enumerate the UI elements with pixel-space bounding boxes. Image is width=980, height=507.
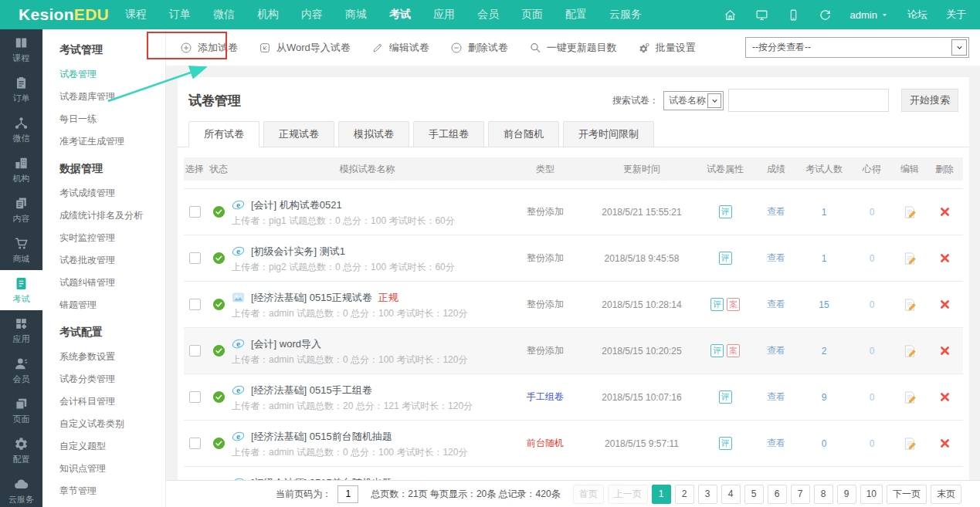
nav-item-content[interactable]: 内容 [301, 8, 323, 22]
nav-item-cloud[interactable]: 云服务 [609, 8, 642, 22]
row-checkbox[interactable] [189, 206, 201, 218]
sidebar-item-paper-review[interactable]: 试卷批改管理 [59, 249, 165, 272]
review-badge[interactable]: 评 [710, 298, 724, 311]
admin-dropdown[interactable]: admin [850, 9, 889, 21]
edit-icon[interactable] [903, 205, 917, 219]
tab-time-limit[interactable]: 开考时间限制 [563, 121, 654, 147]
edit-icon[interactable] [903, 344, 917, 358]
nav-item-order[interactable]: 订单 [169, 8, 191, 22]
tab-formal[interactable]: 正规试卷 [263, 121, 334, 147]
delete-icon[interactable] [939, 299, 951, 310]
search-input[interactable] [728, 89, 889, 112]
search-button[interactable]: 开始搜索 [901, 89, 958, 112]
page-button-page-7[interactable]: 7 [791, 485, 810, 504]
sidebar-item-paper-bank[interactable]: 试卷题库管理 [59, 86, 165, 108]
view-score-link[interactable]: 查看 [767, 252, 785, 265]
sidebar-item-paper-category[interactable]: 试卷分类管理 [59, 368, 165, 390]
review-badge[interactable]: 评 [719, 205, 732, 218]
rail-item-order[interactable]: 订单 [0, 69, 42, 110]
edit-icon[interactable] [903, 298, 917, 312]
delete-icon[interactable] [939, 252, 951, 264]
nav-item-config[interactable]: 配置 [565, 8, 587, 22]
row-checkbox[interactable] [189, 391, 201, 403]
rail-item-page[interactable]: 页面 [0, 390, 42, 431]
edit-icon[interactable] [903, 390, 917, 404]
nav-item-org[interactable]: 机构 [257, 8, 279, 22]
sidebar-item-chapter-manage[interactable]: 章节管理 [59, 480, 165, 502]
refresh-icon[interactable] [819, 8, 832, 22]
view-score-link[interactable]: 查看 [767, 298, 785, 311]
sidebar-item-daily-practice[interactable]: 每日一练 [59, 108, 165, 130]
rail-item-cloud[interactable]: 云服务 [0, 471, 42, 507]
rail-item-exam[interactable]: 考试 [0, 270, 42, 310]
sidebar-item-custom-paper-type[interactable]: 自定义试卷类别 [59, 413, 165, 435]
nav-item-course[interactable]: 课程 [125, 8, 147, 22]
page-button-page-1[interactable]: 1 [652, 485, 671, 504]
batch-settings-button[interactable]: 批量设置 [638, 41, 696, 55]
page-button-page-10[interactable]: 10 [860, 485, 883, 504]
delete-icon[interactable] [939, 438, 951, 449]
rail-item-config[interactable]: 配置 [0, 431, 42, 471]
sidebar-item-realtime-monitor[interactable]: 实时监控管理 [59, 227, 165, 249]
sidebar-item-knowledge-points[interactable]: 知识点管理 [59, 458, 165, 480]
nav-link-about[interactable]: 关于 [946, 8, 966, 22]
nav-link-forum[interactable]: 论坛 [907, 8, 927, 22]
tab-manual[interactable]: 手工组卷 [413, 121, 484, 147]
view-score-link[interactable]: 查看 [767, 344, 785, 357]
sidebar-item-wrong-questions[interactable]: 错题管理 [59, 294, 165, 316]
sidebar-item-system-params[interactable]: 系统参数设置 [59, 346, 165, 368]
case-badge[interactable]: 案 [727, 298, 740, 311]
rail-item-app[interactable]: 应用 [0, 310, 42, 350]
nav-item-wechat[interactable]: 微信 [213, 8, 235, 22]
review-badge[interactable]: 评 [719, 390, 732, 404]
page-button-next[interactable]: 下一页 [887, 485, 927, 504]
page-button-page-2[interactable]: 2 [675, 485, 694, 504]
page-button-page-6[interactable]: 6 [768, 485, 787, 504]
edit-icon[interactable] [903, 437, 917, 451]
current-page-input[interactable] [337, 485, 358, 503]
page-button-page-8[interactable]: 8 [814, 485, 833, 504]
page-button-page-9[interactable]: 9 [837, 485, 856, 504]
sidebar-item-grade-levels[interactable]: 成绩等级管理 [59, 502, 165, 507]
update-question-count-button[interactable]: 一键更新题目数 [529, 41, 617, 55]
case-badge[interactable]: 案 [727, 344, 740, 357]
rail-item-member[interactable]: 会员 [0, 350, 42, 390]
nav-item-mall[interactable]: 商城 [345, 8, 367, 22]
row-checkbox[interactable] [189, 345, 201, 357]
nav-item-app[interactable]: 应用 [433, 8, 455, 22]
tab-mock[interactable]: 模拟试卷 [338, 121, 409, 147]
tab-random[interactable]: 前台随机 [488, 121, 559, 147]
page-button-page-4[interactable]: 4 [721, 485, 741, 504]
nav-item-page[interactable]: 页面 [521, 8, 543, 22]
sidebar-item-admission-ticket[interactable]: 准考证生成管理 [59, 130, 165, 153]
home-icon[interactable] [724, 8, 737, 22]
delete-icon[interactable] [939, 345, 951, 357]
page-button-page-3[interactable]: 3 [698, 485, 717, 504]
tab-all[interactable]: 所有试卷 [188, 121, 259, 147]
delete-paper-button[interactable]: 删除试卷 [450, 41, 508, 55]
rail-item-org[interactable]: 机构 [0, 150, 42, 190]
nav-item-member[interactable]: 会员 [477, 8, 499, 22]
rail-item-wechat[interactable]: 微信 [0, 110, 42, 150]
import-word-button[interactable]: 从Word导入试卷 [259, 41, 351, 55]
sidebar-item-question-correction[interactable]: 试题纠错管理 [59, 272, 165, 294]
row-checkbox[interactable] [189, 438, 201, 449]
sidebar-item-accounting-subjects[interactable]: 会计科目管理 [59, 390, 165, 413]
sidebar-item-score-stats[interactable]: 成绩统计排名及分析 [59, 204, 165, 227]
sidebar-item-score-manage[interactable]: 考试成绩管理 [59, 182, 165, 204]
view-score-link[interactable]: 查看 [767, 437, 785, 450]
edit-paper-button[interactable]: 编辑试卷 [371, 41, 429, 55]
rail-item-mall[interactable]: 商城 [0, 230, 42, 270]
monitor-icon[interactable] [755, 8, 768, 22]
review-badge[interactable]: 评 [719, 437, 732, 450]
rail-item-content[interactable]: 内容 [0, 190, 42, 230]
page-button-last[interactable]: 末页 [931, 485, 961, 504]
sidebar-item-custom-question-type[interactable]: 自定义题型 [59, 435, 165, 458]
edit-icon[interactable] [903, 252, 917, 265]
page-button-page-5[interactable]: 5 [744, 485, 764, 504]
delete-icon[interactable] [939, 206, 951, 218]
nav-item-exam[interactable]: 考试 [389, 8, 411, 22]
review-badge[interactable]: 评 [719, 252, 732, 265]
add-paper-button[interactable]: 添加试卷 [180, 41, 238, 55]
mobile-icon[interactable] [787, 8, 800, 22]
